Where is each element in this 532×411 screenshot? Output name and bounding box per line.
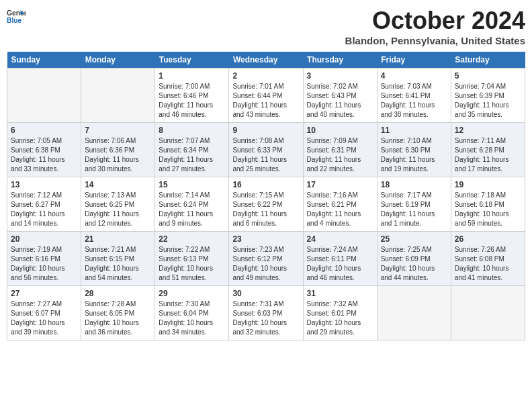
location: Blandon, Pennsylvania, United States: [345, 35, 525, 46]
day-info: Sunrise: 7:17 AM Sunset: 6:19 PM Dayligh…: [381, 191, 447, 228]
day-cell: 14Sunrise: 7:13 AM Sunset: 6:25 PM Dayli…: [81, 177, 155, 232]
day-info: Sunrise: 7:02 AM Sunset: 6:43 PM Dayligh…: [307, 82, 373, 120]
day-number: 23: [232, 234, 299, 244]
day-number: 2: [232, 71, 299, 81]
week-row-2: 6Sunrise: 7:05 AM Sunset: 6:38 PM Daylig…: [7, 123, 525, 177]
day-number: 28: [85, 289, 151, 298]
day-cell: 26Sunrise: 7:26 AM Sunset: 6:08 PM Dayli…: [451, 232, 525, 286]
day-number: 9: [232, 126, 299, 135]
day-info: Sunrise: 7:11 AM Sunset: 6:28 PM Dayligh…: [455, 136, 521, 174]
day-cell: 4Sunrise: 7:03 AM Sunset: 6:41 PM Daylig…: [377, 68, 451, 123]
day-cell: 3Sunrise: 7:02 AM Sunset: 6:43 PM Daylig…: [303, 68, 377, 123]
header-monday: Monday: [81, 52, 155, 68]
day-info: Sunrise: 7:22 AM Sunset: 6:13 PM Dayligh…: [159, 245, 225, 283]
day-cell: 12Sunrise: 7:11 AM Sunset: 6:28 PM Dayli…: [451, 123, 525, 177]
day-info: Sunrise: 7:25 AM Sunset: 6:09 PM Dayligh…: [381, 245, 447, 283]
logo-icon: General Blue: [7, 7, 26, 26]
svg-text:Blue: Blue: [7, 17, 22, 24]
day-number: 4: [381, 71, 447, 81]
day-number: 27: [11, 289, 77, 298]
day-cell: 19Sunrise: 7:18 AM Sunset: 6:18 PM Dayli…: [451, 177, 525, 232]
day-cell: 23Sunrise: 7:23 AM Sunset: 6:12 PM Dayli…: [229, 232, 303, 286]
day-number: 1: [159, 71, 225, 81]
calendar-body: 1Sunrise: 7:00 AM Sunset: 6:46 PM Daylig…: [7, 68, 525, 340]
week-row-4: 20Sunrise: 7:19 AM Sunset: 6:16 PM Dayli…: [7, 232, 525, 286]
day-info: Sunrise: 7:00 AM Sunset: 6:46 PM Dayligh…: [159, 82, 225, 120]
day-cell: 17Sunrise: 7:16 AM Sunset: 6:21 PM Dayli…: [303, 177, 377, 232]
header-thursday: Thursday: [303, 52, 377, 68]
day-info: Sunrise: 7:16 AM Sunset: 6:21 PM Dayligh…: [307, 191, 373, 228]
title-block: October 2024 Blandon, Pennsylvania, Unit…: [345, 7, 525, 46]
day-info: Sunrise: 7:14 AM Sunset: 6:24 PM Dayligh…: [159, 191, 225, 228]
day-info: Sunrise: 7:12 AM Sunset: 6:27 PM Dayligh…: [11, 191, 77, 228]
logo: General Blue: [7, 7, 26, 26]
week-row-5: 27Sunrise: 7:27 AM Sunset: 6:07 PM Dayli…: [7, 286, 525, 340]
week-row-1: 1Sunrise: 7:00 AM Sunset: 6:46 PM Daylig…: [7, 68, 525, 123]
day-cell: 18Sunrise: 7:17 AM Sunset: 6:19 PM Dayli…: [377, 177, 451, 232]
day-number: 6: [11, 126, 77, 135]
day-cell: [81, 68, 155, 123]
day-cell: 15Sunrise: 7:14 AM Sunset: 6:24 PM Dayli…: [155, 177, 229, 232]
day-cell: 6Sunrise: 7:05 AM Sunset: 6:38 PM Daylig…: [7, 123, 81, 177]
day-info: Sunrise: 7:08 AM Sunset: 6:33 PM Dayligh…: [232, 136, 299, 174]
calendar-table: Sunday Monday Tuesday Wednesday Thursday…: [7, 52, 525, 340]
day-number: 15: [159, 180, 225, 189]
day-cell: [7, 68, 81, 123]
day-number: 11: [381, 126, 447, 135]
day-info: Sunrise: 7:01 AM Sunset: 6:44 PM Dayligh…: [232, 82, 299, 120]
day-number: 12: [455, 126, 521, 135]
day-number: 16: [232, 180, 299, 189]
day-number: 7: [85, 126, 151, 135]
day-cell: 7Sunrise: 7:06 AM Sunset: 6:36 PM Daylig…: [81, 123, 155, 177]
day-number: 30: [232, 289, 299, 298]
day-cell: 5Sunrise: 7:04 AM Sunset: 6:39 PM Daylig…: [451, 68, 525, 123]
day-cell: 29Sunrise: 7:30 AM Sunset: 6:04 PM Dayli…: [155, 286, 229, 340]
header-row: Sunday Monday Tuesday Wednesday Thursday…: [7, 52, 525, 68]
day-cell: 25Sunrise: 7:25 AM Sunset: 6:09 PM Dayli…: [377, 232, 451, 286]
day-number: 5: [455, 71, 521, 81]
day-info: Sunrise: 7:13 AM Sunset: 6:25 PM Dayligh…: [85, 191, 151, 228]
day-info: Sunrise: 7:31 AM Sunset: 6:03 PM Dayligh…: [232, 300, 299, 337]
day-info: Sunrise: 7:03 AM Sunset: 6:41 PM Dayligh…: [381, 82, 447, 120]
day-info: Sunrise: 7:07 AM Sunset: 6:34 PM Dayligh…: [159, 136, 225, 174]
header-friday: Friday: [377, 52, 451, 68]
day-cell: 28Sunrise: 7:28 AM Sunset: 6:05 PM Dayli…: [81, 286, 155, 340]
day-cell: 24Sunrise: 7:24 AM Sunset: 6:11 PM Dayli…: [303, 232, 377, 286]
day-cell: 22Sunrise: 7:22 AM Sunset: 6:13 PM Dayli…: [155, 232, 229, 286]
header-sunday: Sunday: [7, 52, 81, 68]
day-number: 10: [307, 126, 373, 135]
day-info: Sunrise: 7:04 AM Sunset: 6:39 PM Dayligh…: [455, 82, 521, 120]
day-info: Sunrise: 7:10 AM Sunset: 6:30 PM Dayligh…: [381, 136, 447, 174]
day-number: 13: [11, 180, 77, 189]
day-number: 26: [455, 234, 521, 244]
day-number: 14: [85, 180, 151, 189]
month-title: October 2024: [345, 7, 525, 35]
day-number: 24: [307, 234, 373, 244]
day-info: Sunrise: 7:09 AM Sunset: 6:31 PM Dayligh…: [307, 136, 373, 174]
calendar-header: Sunday Monday Tuesday Wednesday Thursday…: [7, 52, 525, 68]
day-info: Sunrise: 7:26 AM Sunset: 6:08 PM Dayligh…: [455, 245, 521, 283]
day-info: Sunrise: 7:24 AM Sunset: 6:11 PM Dayligh…: [307, 245, 373, 283]
day-info: Sunrise: 7:15 AM Sunset: 6:22 PM Dayligh…: [232, 191, 299, 228]
header-saturday: Saturday: [451, 52, 525, 68]
week-row-3: 13Sunrise: 7:12 AM Sunset: 6:27 PM Dayli…: [7, 177, 525, 232]
day-number: 3: [307, 71, 373, 81]
day-info: Sunrise: 7:30 AM Sunset: 6:04 PM Dayligh…: [159, 300, 225, 337]
day-cell: 9Sunrise: 7:08 AM Sunset: 6:33 PM Daylig…: [229, 123, 303, 177]
day-number: 21: [85, 234, 151, 244]
day-number: 20: [11, 234, 77, 244]
day-cell: 16Sunrise: 7:15 AM Sunset: 6:22 PM Dayli…: [229, 177, 303, 232]
day-number: 25: [381, 234, 447, 244]
day-number: 19: [455, 180, 521, 189]
day-cell: [377, 286, 451, 340]
day-cell: 30Sunrise: 7:31 AM Sunset: 6:03 PM Dayli…: [229, 286, 303, 340]
day-number: 22: [159, 234, 225, 244]
day-cell: 21Sunrise: 7:21 AM Sunset: 6:15 PM Dayli…: [81, 232, 155, 286]
day-info: Sunrise: 7:06 AM Sunset: 6:36 PM Dayligh…: [85, 136, 151, 174]
day-cell: 10Sunrise: 7:09 AM Sunset: 6:31 PM Dayli…: [303, 123, 377, 177]
day-number: 17: [307, 180, 373, 189]
day-info: Sunrise: 7:18 AM Sunset: 6:18 PM Dayligh…: [455, 191, 521, 228]
day-cell: 8Sunrise: 7:07 AM Sunset: 6:34 PM Daylig…: [155, 123, 229, 177]
page-header: General Blue October 2024 Blandon, Penns…: [7, 7, 525, 46]
day-cell: 20Sunrise: 7:19 AM Sunset: 6:16 PM Dayli…: [7, 232, 81, 286]
